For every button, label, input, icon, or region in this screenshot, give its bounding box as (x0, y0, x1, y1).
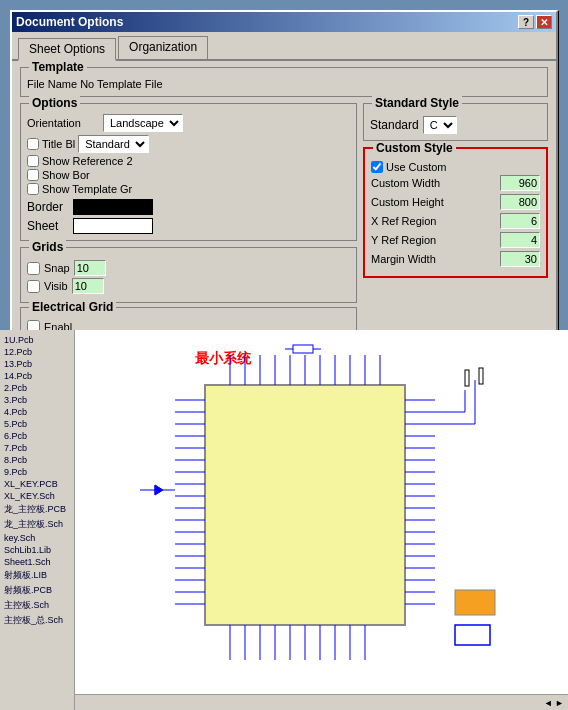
options-group: Options Orientation Landscape Portrait T… (20, 103, 357, 241)
svg-rect-58 (293, 345, 313, 353)
file-item[interactable]: key.Sch (2, 532, 72, 544)
titlebar-buttons: ? ✕ (518, 15, 552, 29)
x-ref-row: X Ref Region (371, 213, 540, 229)
file-item[interactable]: XL_KEY.Sch (2, 490, 72, 502)
show-template-row: Show Template Gr (27, 183, 350, 195)
help-title-button[interactable]: ? (518, 15, 534, 29)
border-color-box[interactable] (73, 199, 153, 215)
close-title-button[interactable]: ✕ (536, 15, 552, 29)
border-label: Border (27, 200, 67, 214)
sheet-row: Sheet (27, 218, 350, 234)
file-item[interactable]: 6.Pcb (2, 430, 72, 442)
custom-height-label: Custom Height (371, 196, 444, 208)
sheet-color-box[interactable] (73, 218, 153, 234)
options-group-title: Options (29, 96, 80, 110)
file-item[interactable]: Sheet1.Sch (2, 556, 72, 568)
snap-input[interactable] (74, 260, 106, 276)
file-panel: 1U.Pcb 12.Pcb 13.Pcb 14.Pcb 2.Pcb 3.Pcb … (0, 330, 75, 710)
file-item[interactable]: 5.Pcb (2, 418, 72, 430)
y-ref-input[interactable] (500, 232, 540, 248)
file-item[interactable]: 主控板.Sch (2, 598, 72, 613)
tab-organization[interactable]: Organization (118, 36, 208, 59)
scroll-indicator: ◄ ► (544, 698, 564, 708)
custom-style-title: Custom Style (373, 141, 456, 155)
margin-row: Margin Width (371, 251, 540, 267)
standard-style-title: Standard Style (372, 96, 462, 110)
show-template-label: Show Template Gr (42, 183, 132, 195)
standard-style-group: Standard Style Standard A B C D E (363, 103, 548, 141)
standard-style-row: Standard A B C D E (370, 116, 541, 134)
file-item[interactable]: SchLib1.Lib (2, 544, 72, 556)
file-item[interactable]: 8.Pcb (2, 454, 72, 466)
file-item[interactable]: 3.Pcb (2, 394, 72, 406)
sheet-label: Sheet (27, 219, 67, 233)
visible-input[interactable] (72, 278, 104, 294)
x-ref-input[interactable] (500, 213, 540, 229)
schematic-canvas: 最小系统 (75, 330, 568, 710)
file-item[interactable]: 9.Pcb (2, 466, 72, 478)
x-ref-label: X Ref Region (371, 215, 436, 227)
svg-rect-65 (455, 590, 495, 615)
file-item[interactable]: 射频板.LIB (2, 568, 72, 583)
file-item[interactable]: 射频板.PCB (2, 583, 72, 598)
orientation-select[interactable]: Landscape Portrait (103, 114, 183, 132)
title-block-label: Title Bl (42, 138, 75, 150)
custom-height-input[interactable] (500, 194, 540, 210)
use-custom-row: Use Custom (371, 161, 540, 173)
dialog-titlebar: Document Options ? ✕ (12, 12, 556, 32)
show-ref2-label: Show Reference 2 (42, 155, 133, 167)
y-ref-row: Y Ref Region (371, 232, 540, 248)
file-item[interactable]: 主控板_总.Sch (2, 613, 72, 628)
show-ref2-row: Show Reference 2 (27, 155, 350, 167)
file-item[interactable]: 14.Pcb (2, 370, 72, 382)
svg-marker-61 (155, 485, 163, 495)
custom-style-group: Custom Style Use Custom Custom Width Cus… (363, 147, 548, 278)
custom-width-row: Custom Width (371, 175, 540, 191)
file-item[interactable]: 12.Pcb (2, 346, 72, 358)
y-ref-label: Y Ref Region (371, 234, 436, 246)
standard-style-label: Standard (370, 118, 419, 132)
svg-rect-71 (465, 370, 469, 386)
visible-label: Visib (44, 280, 68, 292)
grids-group: Grids Snap Visib (20, 247, 357, 303)
template-group-title: Template (29, 60, 87, 74)
file-item[interactable]: 龙_主控板.Sch (2, 517, 72, 532)
snap-row: Snap (27, 260, 350, 276)
title-block-select[interactable]: Standard Custom (78, 135, 149, 153)
file-item[interactable]: 1U.Pcb (2, 334, 72, 346)
margin-input[interactable] (500, 251, 540, 267)
margin-label: Margin Width (371, 253, 436, 265)
file-item[interactable]: 13.Pcb (2, 358, 72, 370)
template-group: Template File Name No Template File (20, 67, 548, 97)
orientation-label: Orientation (27, 117, 99, 129)
tab-bar: Sheet Options Organization (12, 32, 556, 61)
title-block-checkbox[interactable] (27, 138, 39, 150)
visible-row: Visib (27, 278, 350, 294)
show-border-row: Show Bor (27, 169, 350, 181)
tab-sheet-options[interactable]: Sheet Options (18, 38, 116, 61)
file-item[interactable]: XL_KEY.PCB (2, 478, 72, 490)
snap-checkbox[interactable] (27, 262, 40, 275)
electrical-grid-title: Electrical Grid (29, 300, 116, 314)
custom-width-label: Custom Width (371, 177, 440, 189)
show-template-checkbox[interactable] (27, 183, 39, 195)
file-item[interactable]: 4.Pcb (2, 406, 72, 418)
file-item[interactable]: 7.Pcb (2, 442, 72, 454)
snap-label: Snap (44, 262, 70, 274)
horizontal-scrollbar[interactable]: ◄ ► (75, 694, 568, 710)
standard-style-select[interactable]: A B C D E (423, 116, 457, 134)
svg-rect-72 (479, 368, 483, 384)
grids-group-title: Grids (29, 240, 66, 254)
show-border-checkbox[interactable] (27, 169, 39, 181)
schematic-svg (75, 330, 568, 710)
show-ref2-checkbox[interactable] (27, 155, 39, 167)
visible-checkbox[interactable] (27, 280, 40, 293)
orientation-row: Orientation Landscape Portrait (27, 114, 350, 132)
file-item[interactable]: 2.Pcb (2, 382, 72, 394)
use-custom-checkbox[interactable] (371, 161, 383, 173)
template-value: File Name No Template File (27, 78, 541, 90)
show-border-label: Show Bor (42, 169, 90, 181)
svg-rect-0 (205, 385, 405, 625)
file-item[interactable]: 龙_主控板.PCB (2, 502, 72, 517)
custom-width-input[interactable] (500, 175, 540, 191)
